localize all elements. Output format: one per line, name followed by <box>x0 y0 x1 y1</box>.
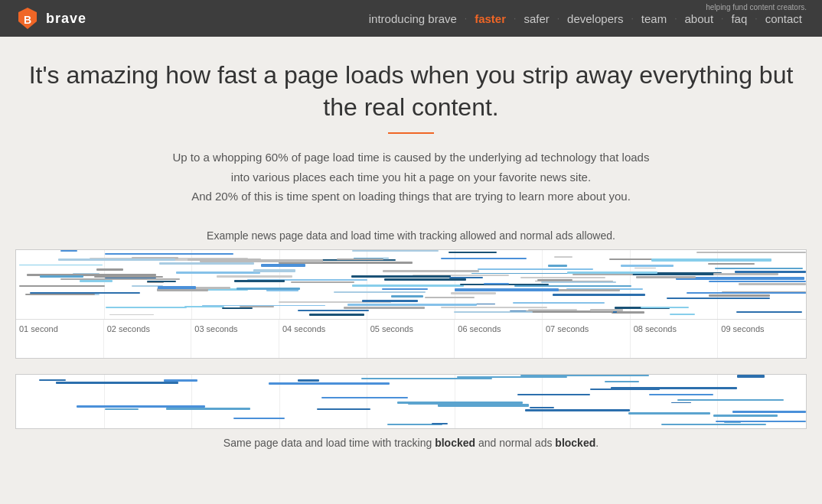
waterfall-bar <box>441 258 527 259</box>
waterfall-bar <box>106 307 187 308</box>
waterfall-bar <box>159 262 255 264</box>
waterfall-bar <box>517 394 590 396</box>
waterfall-bar <box>708 263 755 265</box>
waterfall-bar <box>391 295 423 298</box>
waterfall-bar <box>25 294 95 295</box>
nav-faq[interactable]: faq <box>726 12 752 25</box>
waterfall-bar <box>441 307 547 308</box>
waterfall-bar <box>56 382 178 383</box>
bottom-label-middle: and normal ads <box>475 437 555 449</box>
waterfall-bar <box>334 291 425 293</box>
waterfall-bar <box>649 394 713 395</box>
bottom-label-prefix: Same page data and load time with tracki… <box>223 437 435 449</box>
waterfall-bar <box>105 408 139 410</box>
waterfall-bar <box>291 281 354 284</box>
waterfall-bar <box>60 250 77 252</box>
waterfall-bar <box>347 304 477 306</box>
waterfall-bar <box>671 402 690 404</box>
waterfall-bar <box>590 309 623 311</box>
nav-developers[interactable]: developers <box>563 12 628 25</box>
waterfall-bar <box>158 286 196 288</box>
waterfall-bar <box>317 408 370 410</box>
waterfall-bar <box>605 381 638 382</box>
waterfall-bar <box>352 285 464 287</box>
top-chart-wrapper: 01 second02 seconds03 seconds04 seconds0… <box>15 249 807 359</box>
waterfall-bar <box>520 277 605 278</box>
timeline-cell-4: 04 seconds <box>279 320 367 358</box>
waterfall-bar <box>80 280 113 282</box>
waterfall-bar <box>651 259 771 261</box>
top-chart-canvas <box>16 250 806 319</box>
nav-about[interactable]: about <box>680 12 719 25</box>
brave-logo-icon: B <box>15 6 40 31</box>
waterfall-bar <box>677 399 784 401</box>
waterfall-bar <box>361 378 492 379</box>
waterfall-bar <box>96 268 123 271</box>
waterfall-bar <box>454 311 533 313</box>
waterfall-bar <box>321 397 408 399</box>
waterfall-bar <box>541 281 615 283</box>
waterfall-bar <box>520 375 649 376</box>
waterfall-bar <box>157 288 208 291</box>
waterfall-bar <box>94 276 164 278</box>
waterfall-bar <box>732 411 806 412</box>
waterfall-bar <box>298 310 369 311</box>
main-nav: introducing brave · faster · safer · dev… <box>364 12 807 25</box>
waterfall-bar <box>19 265 103 266</box>
waterfall-bar <box>572 274 632 275</box>
waterfall-bar <box>484 283 509 285</box>
waterfall-bar <box>432 423 448 424</box>
timeline-cell-2: 02 seconds <box>104 320 192 358</box>
waterfall-bar <box>739 283 806 285</box>
waterfall-bar <box>611 387 737 389</box>
hero-divider <box>388 132 434 134</box>
hero-desc-line1: Up to a whopping 60% of page load time i… <box>173 151 650 164</box>
waterfall-bar <box>530 407 554 408</box>
waterfall-bar <box>298 379 319 382</box>
waterfall-bar <box>715 268 803 269</box>
waterfall-bar <box>362 300 418 302</box>
bottom-chart-label: Same page data and load time with tracki… <box>15 437 807 449</box>
waterfall-bar <box>548 265 567 267</box>
waterfall-bar <box>253 269 295 272</box>
waterfall-bar <box>425 297 475 298</box>
waterfall-bar <box>382 288 428 290</box>
waterfall-bar <box>537 279 572 281</box>
waterfall-bar <box>713 415 778 417</box>
bottom-label-end: . <box>595 437 599 449</box>
hero-title: It's amazing how fast a page loads when … <box>15 60 807 123</box>
waterfall-bar <box>628 412 710 415</box>
waterfall-bar <box>269 382 390 385</box>
hero-description: Up to a whopping 60% of page load time i… <box>15 148 807 206</box>
waterfall-bar <box>58 259 176 261</box>
waterfall-bar <box>514 285 632 287</box>
waterfall-bar <box>687 292 806 294</box>
bottom-chart-section: Same page data and load time with tracki… <box>15 374 807 449</box>
waterfall-bar <box>309 314 364 315</box>
nav-contact[interactable]: contact <box>761 12 807 25</box>
waterfall-bar <box>39 379 66 381</box>
waterfall-bar <box>261 264 305 266</box>
waterfall-bar <box>352 250 439 252</box>
timeline-cell-7: 07 seconds <box>543 320 631 358</box>
waterfall-bar <box>176 272 260 274</box>
nav-team[interactable]: team <box>637 12 671 25</box>
waterfall-bar <box>383 270 479 272</box>
waterfall-bar <box>451 292 496 294</box>
waterfall-bar <box>455 288 559 291</box>
waterfall-bar <box>737 375 765 377</box>
waterfall-bar <box>641 307 690 308</box>
waterfall-bar <box>661 424 766 425</box>
logo-text: brave <box>46 11 86 27</box>
hero-desc-line3: And 20% of this is time spent on loading… <box>191 190 631 203</box>
bottom-chart-wrapper <box>15 374 807 429</box>
top-chart-label: Example news page data and load time wit… <box>15 229 807 242</box>
waterfall-bar <box>478 268 593 270</box>
nav-safer[interactable]: safer <box>519 12 553 25</box>
logo: B brave <box>15 6 86 31</box>
nav-introducing-brave[interactable]: introducing brave <box>364 12 462 25</box>
nav-faster[interactable]: faster <box>470 12 510 25</box>
hero-desc-line2: into various places each time you hit a … <box>231 171 591 184</box>
waterfall-bar <box>351 275 451 278</box>
waterfall-bar <box>344 307 425 309</box>
